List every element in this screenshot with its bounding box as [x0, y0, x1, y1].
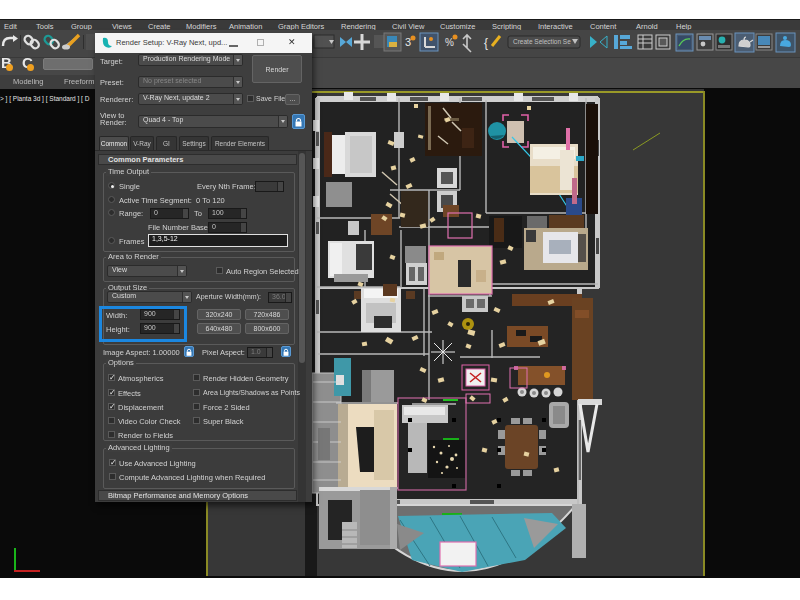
svg-text:%: % — [445, 37, 454, 48]
svg-text:{: { — [484, 36, 488, 50]
svg-text:3: 3 — [405, 36, 411, 48]
svg-text:Create Selection Se: Create Selection Se — [513, 38, 571, 45]
